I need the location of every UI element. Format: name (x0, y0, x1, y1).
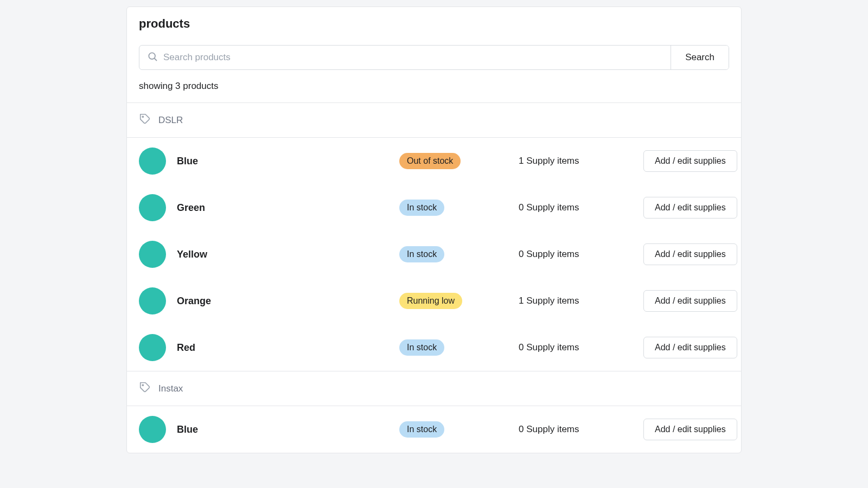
stock-badge-wrap: Out of stock (399, 153, 508, 169)
row-action-wrap: Add / edit supplies (643, 150, 737, 172)
stock-badge-wrap: In stock (399, 246, 508, 262)
supply-count: 0 Supply items (519, 342, 633, 353)
product-name: Orange (177, 296, 388, 307)
svg-line-1 (155, 59, 157, 61)
row-action-wrap: Add / edit supplies (643, 419, 737, 440)
group-name: DSLR (158, 115, 183, 126)
product-row: Yellow In stock 0 Supply items Add / edi… (127, 231, 741, 278)
search-input[interactable] (163, 52, 663, 63)
stock-badge: In stock (399, 421, 444, 438)
product-row: Red In stock 0 Supply items Add / edit s… (127, 324, 741, 371)
product-avatar (139, 287, 166, 314)
product-name: Blue (177, 156, 388, 167)
supply-count: 0 Supply items (519, 202, 633, 213)
row-action-wrap: Add / edit supplies (643, 243, 737, 265)
row-action-wrap: Add / edit supplies (643, 337, 737, 358)
group-name: Instax (158, 383, 183, 394)
search-icon (147, 51, 158, 64)
stock-badge: In stock (399, 339, 444, 356)
product-avatar (139, 147, 166, 175)
stock-badge-wrap: In stock (399, 200, 508, 216)
row-action-wrap: Add / edit supplies (643, 290, 737, 312)
tag-icon (139, 381, 151, 396)
stock-badge: In stock (399, 200, 444, 216)
supply-count: 1 Supply items (519, 296, 633, 306)
svg-point-2 (142, 116, 143, 117)
product-row: Blue In stock 0 Supply items Add / edit … (127, 406, 741, 453)
row-action-wrap: Add / edit supplies (643, 197, 737, 219)
stock-badge: Out of stock (399, 153, 461, 169)
group-rows: Blue Out of stock 1 Supply items Add / e… (127, 138, 741, 371)
add-edit-supplies-button[interactable]: Add / edit supplies (643, 290, 737, 312)
product-row: Green In stock 0 Supply items Add / edit… (127, 184, 741, 231)
group-rows: Blue In stock 0 Supply items Add / edit … (127, 406, 741, 453)
product-avatar (139, 334, 166, 361)
product-name: Green (177, 202, 388, 214)
product-row: Blue Out of stock 1 Supply items Add / e… (127, 138, 741, 184)
add-edit-supplies-button[interactable]: Add / edit supplies (643, 337, 737, 358)
search-bar: Search (139, 45, 729, 70)
products-card: products Search showing 3 products DSLR … (126, 7, 742, 453)
groups-container: DSLR Blue Out of stock 1 Supply items Ad… (127, 102, 741, 453)
group-header: Instax (127, 371, 741, 406)
stock-badge: Running low (399, 293, 462, 309)
search-button[interactable]: Search (671, 46, 729, 69)
search-input-wrap[interactable] (139, 46, 671, 69)
stock-badge: In stock (399, 246, 444, 262)
stock-badge-wrap: In stock (399, 421, 508, 438)
product-avatar (139, 416, 166, 443)
results-summary: showing 3 products (139, 81, 729, 92)
product-avatar (139, 241, 166, 268)
supply-count: 1 Supply items (519, 156, 633, 166)
add-edit-supplies-button[interactable]: Add / edit supplies (643, 150, 737, 172)
add-edit-supplies-button[interactable]: Add / edit supplies (643, 419, 737, 440)
add-edit-supplies-button[interactable]: Add / edit supplies (643, 243, 737, 265)
supply-count: 0 Supply items (519, 424, 633, 435)
stock-badge-wrap: Running low (399, 293, 508, 309)
svg-point-3 (142, 384, 143, 386)
page-title: products (139, 17, 729, 31)
card-header: products Search showing 3 products (127, 7, 741, 102)
group-header: DSLR (127, 102, 741, 138)
product-row: Orange Running low 1 Supply items Add / … (127, 278, 741, 324)
supply-count: 0 Supply items (519, 249, 633, 260)
stock-badge-wrap: In stock (399, 339, 508, 356)
product-name: Yellow (177, 249, 388, 260)
product-avatar (139, 194, 166, 221)
add-edit-supplies-button[interactable]: Add / edit supplies (643, 197, 737, 219)
product-name: Red (177, 342, 388, 354)
tag-icon (139, 113, 151, 127)
product-name: Blue (177, 424, 388, 435)
